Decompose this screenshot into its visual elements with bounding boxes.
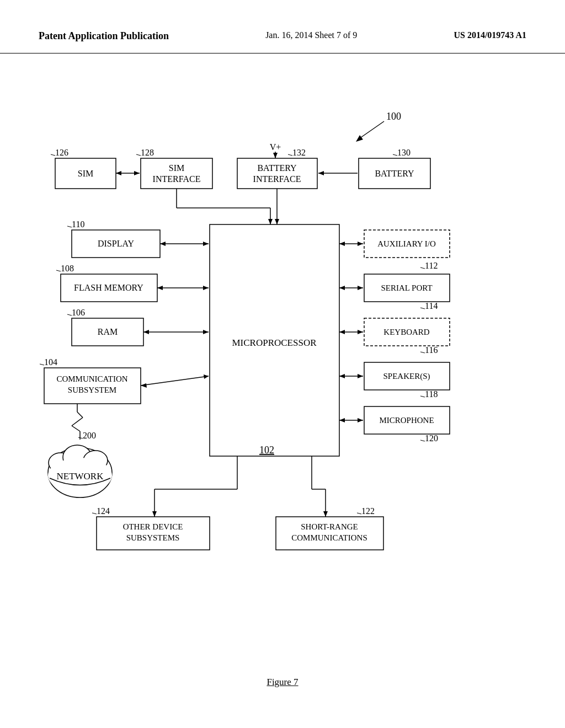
svg-text:SPEAKER(S): SPEAKER(S) — [383, 372, 430, 381]
svg-text:132: 132 — [292, 148, 306, 157]
svg-marker-65 — [141, 383, 147, 388]
svg-text:200: 200 — [83, 431, 96, 440]
svg-line-1 — [359, 121, 384, 139]
svg-text:128: 128 — [141, 148, 154, 157]
svg-marker-99 — [339, 330, 345, 334]
svg-line-63 — [40, 364, 44, 365]
svg-line-11 — [136, 154, 141, 156]
svg-marker-86 — [358, 242, 363, 246]
svg-text:110: 110 — [72, 220, 84, 229]
svg-line-6 — [51, 154, 55, 156]
svg-line-70 — [72, 426, 80, 431]
svg-marker-114 — [358, 418, 363, 422]
svg-marker-57 — [143, 330, 149, 334]
svg-text:DISPLAY: DISPLAY — [98, 239, 135, 248]
header-patent-number: US 2014/019743 A1 — [454, 30, 526, 40]
svg-text:SIM: SIM — [78, 169, 93, 178]
svg-marker-106 — [339, 374, 345, 378]
svg-text:COMMUNICATION: COMMUNICATION — [56, 374, 127, 383]
svg-text:102: 102 — [259, 445, 274, 456]
svg-text:114: 114 — [425, 301, 438, 311]
svg-marker-51 — [203, 286, 209, 290]
svg-line-69 — [72, 417, 83, 426]
svg-marker-34 — [275, 219, 279, 224]
svg-marker-28 — [273, 153, 278, 158]
svg-marker-92 — [339, 286, 345, 290]
svg-text:AUXILIARY I/O: AUXILIARY I/O — [377, 239, 436, 248]
svg-line-41 — [67, 226, 72, 227]
svg-text:FLASH MEMORY: FLASH MEMORY — [74, 283, 143, 292]
svg-text:116: 116 — [425, 345, 438, 355]
svg-marker-43 — [160, 242, 166, 246]
svg-text:MICROPROCESSOR: MICROPROCESSOR — [232, 338, 317, 348]
svg-text:112: 112 — [425, 261, 438, 270]
page: Patent Application Publication Jan. 16, … — [0, 0, 565, 728]
svg-text:130: 130 — [397, 148, 411, 157]
svg-marker-122 — [323, 511, 328, 517]
svg-line-55 — [67, 314, 72, 315]
header-publication-type: Patent Application Publication — [39, 30, 169, 42]
svg-line-83 — [420, 267, 425, 269]
svg-text:NETWORK: NETWORK — [57, 471, 104, 481]
svg-line-16 — [288, 154, 292, 156]
svg-text:124: 124 — [97, 506, 110, 516]
svg-text:KEYBOARD: KEYBOARD — [383, 328, 430, 336]
svg-line-111 — [420, 440, 425, 441]
svg-line-104 — [420, 396, 425, 397]
svg-text:RAM: RAM — [98, 327, 118, 336]
svg-text:SERIAL PORT: SERIAL PORT — [381, 283, 432, 292]
header-date-sheet: Jan. 16, 2014 Sheet 7 of 9 — [265, 30, 357, 40]
svg-marker-23 — [134, 171, 140, 175]
svg-marker-93 — [358, 286, 363, 290]
svg-text:COMMUNICATIONS: COMMUNICATIONS — [291, 533, 367, 542]
svg-line-127 — [92, 513, 97, 514]
patent-diagram: 100 SIM 126 SIM INTERFACE 128 BATTERY IN… — [0, 53, 565, 704]
svg-text:106: 106 — [72, 308, 85, 317]
diagram-container: 100 SIM 126 SIM INTERFACE 128 BATTERY IN… — [0, 53, 565, 704]
svg-text:SUBSYSTEMS: SUBSYSTEMS — [126, 533, 180, 542]
svg-marker-2 — [356, 135, 363, 142]
svg-marker-58 — [203, 330, 209, 334]
svg-marker-44 — [203, 242, 209, 246]
svg-marker-118 — [152, 511, 157, 517]
svg-marker-100 — [358, 330, 363, 334]
svg-text:MICROPHONE: MICROPHONE — [379, 416, 434, 425]
figure-caption: Figure 7 — [266, 677, 298, 688]
svg-line-97 — [420, 352, 425, 353]
svg-text:OTHER DEVICE: OTHER DEVICE — [123, 522, 183, 531]
svg-text:SUBSYSTEM: SUBSYSTEM — [68, 386, 116, 394]
svg-text:100: 100 — [386, 111, 401, 122]
svg-line-79 — [78, 437, 83, 438]
svg-marker-66 — [204, 374, 209, 379]
svg-text:104: 104 — [44, 357, 57, 367]
svg-line-48 — [56, 270, 61, 271]
svg-marker-107 — [358, 374, 363, 378]
svg-marker-85 — [339, 242, 345, 246]
svg-text:INTERFACE: INTERFACE — [153, 174, 201, 184]
svg-text:INTERFACE: INTERFACE — [253, 174, 301, 184]
svg-marker-25 — [318, 171, 324, 175]
svg-line-64 — [141, 376, 209, 386]
svg-text:122: 122 — [361, 506, 375, 516]
svg-marker-32 — [268, 219, 273, 224]
svg-text:BATTERY: BATTERY — [257, 163, 297, 173]
svg-marker-113 — [339, 418, 345, 422]
svg-text:108: 108 — [61, 264, 74, 273]
svg-marker-50 — [157, 286, 163, 290]
page-header: Patent Application Publication Jan. 16, … — [0, 0, 565, 53]
svg-line-20 — [393, 154, 397, 156]
svg-text:118: 118 — [425, 389, 438, 399]
svg-text:BATTERY: BATTERY — [375, 169, 414, 178]
svg-line-90 — [420, 308, 425, 309]
svg-line-132 — [357, 513, 361, 514]
svg-text:V+: V+ — [270, 142, 281, 152]
svg-text:SHORT-RANGE: SHORT-RANGE — [301, 522, 358, 531]
svg-text:SIM: SIM — [169, 163, 184, 173]
svg-marker-22 — [116, 171, 121, 175]
svg-line-68 — [77, 412, 83, 417]
svg-text:120: 120 — [425, 433, 438, 443]
svg-text:126: 126 — [55, 148, 68, 157]
